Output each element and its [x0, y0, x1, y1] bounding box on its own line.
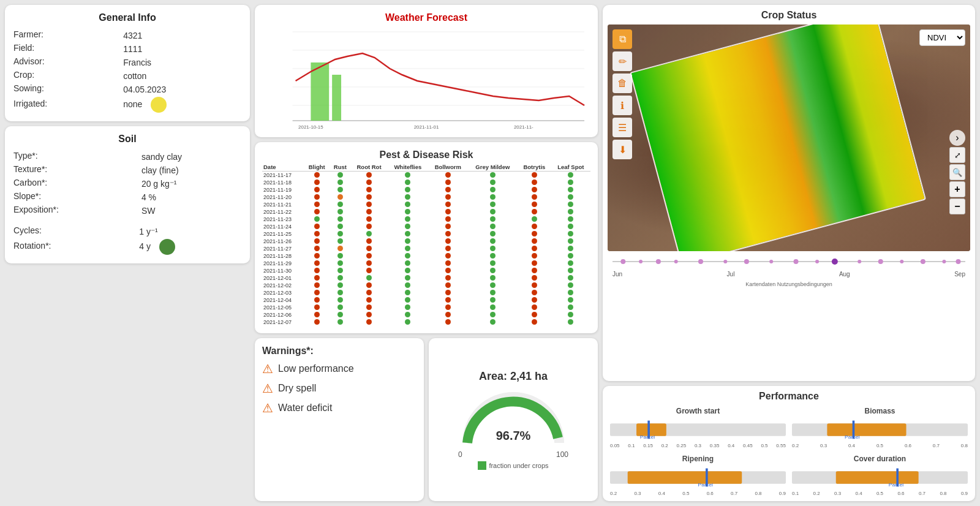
pest-dot [445, 224, 451, 229]
pest-dot [445, 216, 451, 222]
info-button[interactable]: ℹ [612, 96, 632, 115]
pest-dot [532, 231, 537, 236]
map-toolbar: ⧉ ✏ 🗑 ℹ ☰ ⬇ [612, 29, 632, 159]
delete-button[interactable]: 🗑 [612, 74, 632, 93]
svg-point-27 [900, 260, 903, 263]
pest-dot [532, 202, 537, 207]
type-label: Type*: [13, 151, 140, 163]
svg-point-19 [723, 260, 727, 263]
zoom-in-button[interactable]: + [949, 181, 965, 197]
pest-row: 2021-11-24 [262, 223, 590, 230]
svg-text:Parcel: Parcel [889, 483, 904, 488]
pest-dot [337, 282, 343, 288]
warning-icon-1: ⚠ [262, 361, 273, 376]
general-info-title: General Info [12, 12, 243, 23]
pest-dot [314, 179, 320, 185]
pest-dot [490, 268, 496, 273]
pest-dot [314, 319, 320, 325]
pest-title: Pest & Disease Risk [262, 149, 590, 160]
pest-dot [532, 304, 537, 310]
pest-dot [490, 319, 496, 325]
carbon-label: Carbon*: [13, 178, 140, 190]
svg-point-21 [769, 260, 773, 263]
pest-dot [445, 268, 451, 273]
performance-item-2: Ripening Parcel 0.20.30.40.50.60.70.80.9 [610, 455, 786, 496]
cycles-label: Cycles: [13, 225, 138, 238]
pest-dot [337, 238, 343, 244]
pest-dot [314, 238, 320, 244]
timeline-bar[interactable]: Jun Jul Aug Sep [608, 254, 970, 280]
pest-dot [337, 216, 343, 222]
pest-dot [532, 290, 537, 295]
pest-dot [405, 319, 410, 325]
pest-dot [532, 282, 537, 288]
pest-dot [366, 209, 372, 214]
svg-point-29 [942, 260, 946, 263]
crop-label: Crop: [13, 70, 122, 82]
pest-dot [532, 238, 537, 244]
perf-bar-2: Parcel [610, 466, 786, 490]
list-button[interactable]: ☰ [612, 118, 632, 137]
ndvi-select[interactable]: NDVI NDRE RGB [919, 29, 965, 46]
pest-dot [366, 179, 372, 185]
performance-item-0: Growth start Parcel 0.050.10.150.20.250.… [610, 407, 786, 448]
pest-row: 2021-11-28 [262, 252, 590, 260]
pest-dot [405, 312, 410, 317]
exposition-label: Exposition*: [13, 205, 140, 217]
search-button[interactable]: 🔍 [949, 164, 965, 180]
irrigated-indicator [151, 97, 167, 113]
pest-dot [337, 209, 343, 214]
pest-table: Date Blight Rust Root Rot Whiteflies Bol… [262, 163, 590, 326]
svg-point-24 [832, 259, 838, 265]
performance-title: Performance [610, 391, 968, 402]
pest-dot [445, 187, 451, 192]
zoom-out-button[interactable]: − [949, 198, 965, 214]
performance-grid: Growth start Parcel 0.050.10.150.20.250.… [610, 407, 968, 496]
irrigated-value: none [123, 97, 241, 113]
edit-button[interactable]: ✏ [612, 51, 632, 71]
pest-dot [366, 260, 372, 266]
slope-value: 4 % [141, 191, 241, 203]
pest-row: 2021-11-23 [262, 216, 590, 223]
pest-dot [405, 290, 410, 295]
pest-dot [405, 209, 410, 214]
pest-dot [314, 194, 320, 200]
pest-dot [445, 172, 451, 178]
pest-dot [445, 319, 451, 325]
pest-dot [405, 297, 410, 303]
pest-dot [445, 297, 451, 303]
pest-dot [314, 282, 320, 288]
pest-dot [532, 312, 537, 317]
pest-dot [405, 202, 410, 207]
download-button[interactable]: ⬇ [612, 140, 632, 159]
pest-dot [337, 224, 343, 229]
svg-point-15 [639, 260, 643, 263]
legend-square [478, 461, 486, 470]
svg-rect-8 [311, 62, 329, 121]
pest-dot [314, 187, 320, 192]
pest-dot [568, 179, 573, 185]
fullscreen-button[interactable]: ⤢ [949, 147, 965, 163]
warnings-title: Warnings*: [262, 346, 417, 357]
layers-button[interactable]: ⧉ [612, 29, 632, 49]
map-nav-right[interactable]: › [949, 130, 965, 146]
pest-dot [337, 172, 343, 178]
pest-dot [366, 216, 372, 222]
pest-dot [405, 253, 410, 259]
pest-dot [366, 282, 372, 288]
warning-icon-2: ⚠ [262, 381, 273, 396]
pest-dot [337, 290, 343, 295]
pest-dot [490, 297, 496, 303]
svg-rect-32 [636, 423, 666, 436]
pest-row: 2021-11-22 [262, 208, 590, 216]
pest-dot [314, 312, 320, 317]
svg-text:2021-10-15: 2021-10-15 [298, 124, 323, 130]
timeline-labels: Jun Jul Aug Sep [612, 271, 965, 278]
warning-item-3: ⚠ Water deficit [262, 401, 417, 415]
pest-dot [445, 179, 451, 185]
pest-dot [314, 224, 320, 229]
svg-text:Parcel: Parcel [698, 483, 714, 488]
svg-point-16 [656, 259, 661, 264]
pest-dot [405, 231, 410, 236]
pest-dot [490, 231, 496, 236]
